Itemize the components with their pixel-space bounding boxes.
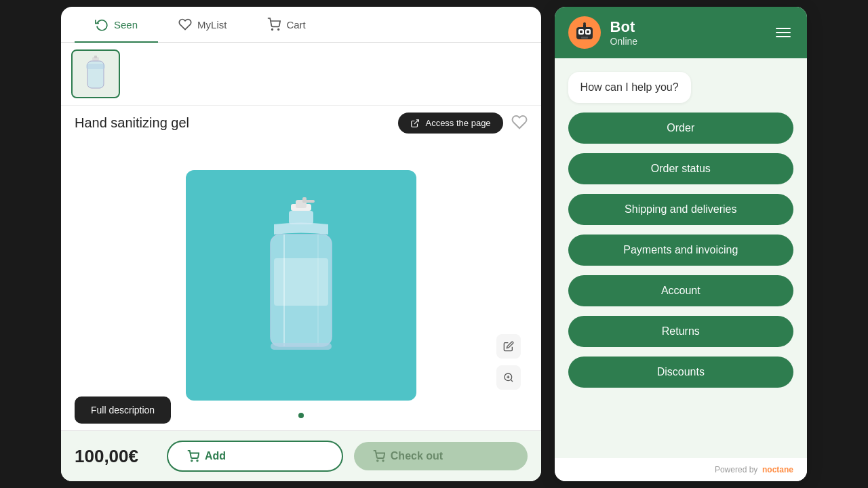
checkout-cart-icon xyxy=(373,450,385,462)
add-to-cart-button[interactable]: Add xyxy=(167,441,343,472)
bot-footer: Powered by noctane xyxy=(555,458,807,481)
history-icon xyxy=(95,18,108,31)
zoom-image-button[interactable] xyxy=(496,365,521,390)
nav-tabs: Seen MyList Cart xyxy=(61,7,541,43)
zoom-icon xyxy=(503,372,514,383)
shop-panel: Seen MyList Cart xyxy=(61,7,541,481)
product-title: Hand sanitizing gel xyxy=(75,115,189,131)
option-returns[interactable]: Returns xyxy=(568,316,793,347)
svg-line-6 xyxy=(414,119,418,123)
bot-avatar xyxy=(568,16,601,49)
bot-header: Bot Online xyxy=(555,7,807,58)
bottom-bar: 100,00€ Add Check out xyxy=(61,430,541,481)
svg-rect-5 xyxy=(86,64,105,69)
svg-point-22 xyxy=(197,460,198,462)
bot-avatar-icon xyxy=(571,19,598,46)
svg-rect-30 xyxy=(587,30,589,33)
svg-rect-31 xyxy=(581,37,588,39)
product-image-area: Full description xyxy=(61,140,541,430)
product-price: 100,00€ xyxy=(75,446,156,467)
bot-name: Bot xyxy=(610,18,764,36)
tab-seen[interactable]: Seen xyxy=(75,7,158,42)
tab-mylist[interactable]: MyList xyxy=(158,7,247,42)
product-thumbnail[interactable] xyxy=(71,49,120,98)
product-title-row: Hand sanitizing gel Access the page xyxy=(61,106,541,140)
image-actions xyxy=(496,334,521,390)
svg-line-18 xyxy=(511,380,513,382)
bot-greeting: How can I help you? xyxy=(568,72,691,103)
external-link-icon xyxy=(410,119,420,128)
access-page-button[interactable]: Access the page xyxy=(398,113,502,134)
svg-rect-29 xyxy=(580,30,583,33)
full-description-button[interactable]: Full description xyxy=(75,396,171,424)
edit-icon xyxy=(503,341,514,352)
svg-rect-16 xyxy=(271,343,332,350)
product-image xyxy=(186,170,416,401)
option-shipping[interactable]: Shipping and deliveries xyxy=(568,194,793,225)
cart-add-icon xyxy=(187,450,199,462)
svg-rect-3 xyxy=(94,56,97,58)
bot-panel: Bot Online How can I help you? Order Ord… xyxy=(555,7,807,481)
option-order[interactable]: Order xyxy=(568,113,793,144)
bot-menu-button[interactable] xyxy=(773,25,793,40)
wishlist-heart-icon xyxy=(511,114,528,130)
option-discounts[interactable]: Discounts xyxy=(568,357,793,388)
chat-area: How can I help you? Order Order status S… xyxy=(555,58,807,458)
heart-icon xyxy=(178,18,192,31)
product-bottle-svg xyxy=(254,197,349,373)
svg-point-1 xyxy=(278,29,279,30)
svg-point-24 xyxy=(382,460,384,462)
svg-point-23 xyxy=(377,460,378,462)
tab-cart[interactable]: Cart xyxy=(247,7,326,42)
svg-point-21 xyxy=(191,460,193,462)
option-account[interactable]: Account xyxy=(568,275,793,306)
cart-icon xyxy=(267,18,281,31)
dot-1 xyxy=(298,413,304,418)
wishlist-button[interactable] xyxy=(511,114,528,132)
noctane-brand: noctane xyxy=(762,465,793,474)
image-dots xyxy=(298,409,304,422)
svg-rect-10 xyxy=(302,200,315,203)
svg-rect-13 xyxy=(274,258,328,306)
edit-image-button[interactable] xyxy=(496,334,521,359)
option-payments[interactable]: Payments and invoicing xyxy=(568,235,793,266)
bot-name-block: Bot Online xyxy=(610,18,764,47)
thumbnail-strip xyxy=(61,43,541,106)
bot-status: Online xyxy=(610,36,764,47)
option-order-status[interactable]: Order status xyxy=(568,153,793,184)
checkout-button[interactable]: Check out xyxy=(354,442,528,470)
svg-point-0 xyxy=(272,29,273,30)
thumb-bottle-svg xyxy=(82,56,109,93)
svg-rect-11 xyxy=(289,211,313,224)
svg-point-33 xyxy=(583,22,586,25)
